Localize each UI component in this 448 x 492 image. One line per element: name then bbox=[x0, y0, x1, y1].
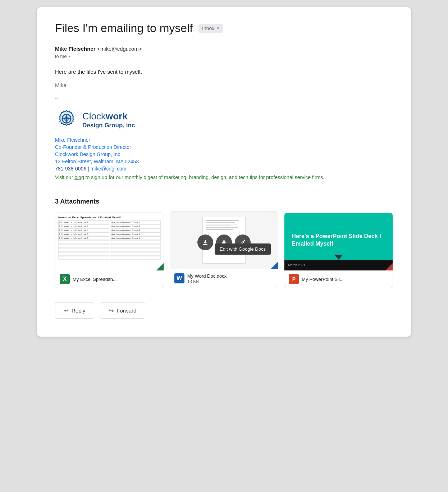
excel-cell-empty bbox=[58, 256, 109, 260]
company-name-text: Clockwork bbox=[82, 111, 135, 122]
excel-row: Information in column A, row 3 Informati… bbox=[58, 224, 161, 228]
forward-icon: ↪ bbox=[109, 307, 114, 314]
sig-visit-suffix: to sign up for our monthly digest of mar… bbox=[84, 174, 324, 180]
excel-sheet-title: Here's an Excel Spreadsheet I Emailed My… bbox=[58, 216, 161, 219]
excel-row: Information in column A, row 6 Informati… bbox=[58, 236, 161, 240]
signature-name: Mike bbox=[55, 82, 393, 88]
word-file-name: My Word Doc.docx bbox=[187, 273, 227, 279]
sig-title: Co-Founder & Production Director bbox=[55, 144, 393, 150]
company-tagline: Design Group, inc bbox=[82, 122, 135, 129]
excel-cell-empty bbox=[110, 240, 161, 244]
excel-cell: Information in column B, row 2 bbox=[110, 220, 161, 224]
word-doc-lines bbox=[206, 220, 242, 230]
attachment-word[interactable]: Edit with Google Docs W My Word Doc.docx… bbox=[170, 211, 279, 288]
excel-cell: Information in column A, row 2 bbox=[58, 220, 109, 224]
email-container: Files I'm emailing to myself Inbox × Mik… bbox=[37, 7, 411, 337]
word-file-size: 13 KB bbox=[187, 279, 227, 284]
ppt-black-bar: March 2021 bbox=[284, 260, 393, 270]
excel-fold-corner bbox=[156, 263, 164, 270]
attachments-title: 3 Attachments bbox=[55, 198, 393, 205]
sig-blog-link[interactable]: blog bbox=[74, 174, 84, 180]
excel-cell-empty bbox=[58, 244, 109, 248]
excel-file-info: My Excel Spreadsh... bbox=[73, 276, 117, 282]
excel-cell: Information in column A, row 6 bbox=[58, 236, 109, 240]
excel-cell: Information in column B, row 5 bbox=[110, 232, 161, 236]
inbox-badge[interactable]: Inbox × bbox=[198, 24, 223, 33]
excel-cell-empty bbox=[58, 252, 109, 256]
excel-row: Information in column A, row 2 Informati… bbox=[58, 220, 161, 224]
word-action-buttons: Edit with Google Docs bbox=[197, 234, 251, 250]
word-file-info: My Word Doc.docx 13 KB bbox=[187, 273, 227, 284]
edit-button[interactable]: Edit with Google Docs bbox=[235, 234, 251, 250]
excel-grid: Information in column A, row 2 Informati… bbox=[58, 220, 161, 268]
ppt-file-info: My PowerPoint Sli... bbox=[302, 276, 343, 282]
excel-row bbox=[58, 256, 161, 260]
sig-address: 13 Felton Street, Waltham, MA 02453 bbox=[55, 159, 393, 164]
excel-cell: Information in column A, row 5 bbox=[58, 232, 109, 236]
download-button[interactable] bbox=[197, 234, 213, 250]
sig-contact-name: Mike Fleischner bbox=[55, 137, 393, 143]
email-header: Files I'm emailing to myself Inbox × bbox=[55, 22, 393, 35]
email-body: Here are the files I've sent to myself. bbox=[55, 68, 393, 76]
word-fold-corner bbox=[271, 262, 278, 269]
ppt-file-icon: P bbox=[289, 274, 299, 284]
excel-cell-empty bbox=[110, 256, 161, 260]
attachment-excel[interactable]: Here's an Excel Spreadsheet I Emailed My… bbox=[55, 213, 164, 288]
attachments-row: Here's an Excel Spreadsheet I Emailed My… bbox=[55, 211, 393, 288]
inbox-close-button[interactable]: × bbox=[216, 26, 219, 31]
signature-dashes: -- bbox=[55, 95, 393, 101]
work-text: work bbox=[106, 111, 128, 122]
excel-cell-empty bbox=[110, 248, 161, 252]
sig-visit-prefix: Visit our bbox=[55, 174, 74, 180]
sender-info: Mike Fleischner <mike@cdgi.com> to me ▾ bbox=[55, 46, 393, 59]
attachment-powerpoint[interactable]: Here's a PowerPoint Slide Deck I Emailed… bbox=[284, 213, 393, 288]
reply-icon: ↩ bbox=[64, 307, 69, 314]
word-footer: W My Word Doc.docx 13 KB bbox=[170, 269, 278, 288]
excel-row bbox=[58, 240, 161, 244]
reply-button[interactable]: ↩ Reply bbox=[55, 302, 94, 319]
excel-row: Information in column A, row 4 Informati… bbox=[58, 228, 161, 232]
word-line bbox=[206, 220, 239, 221]
excel-preview-inner: Here's an Excel Spreadsheet I Emailed My… bbox=[55, 213, 164, 270]
forward-button[interactable]: ↪ Forward bbox=[100, 302, 145, 319]
ppt-footer: P My PowerPoint Sli... bbox=[284, 270, 393, 288]
word-line bbox=[206, 222, 235, 223]
chevron-down-icon: ▾ bbox=[68, 54, 70, 58]
company-logo: Clockwork Design Group, inc bbox=[55, 108, 393, 131]
ppt-fold-corner bbox=[385, 263, 393, 270]
email-subject: Files I'm emailing to myself bbox=[55, 22, 193, 35]
excel-row: Information in column A, row 5 Informati… bbox=[58, 232, 161, 236]
ppt-preview: Here's a PowerPoint Slide Deck I Emailed… bbox=[284, 213, 393, 270]
gear-icon bbox=[55, 108, 78, 131]
excel-cell: Information in column A, row 3 bbox=[58, 224, 109, 228]
sig-email-link[interactable]: mike@cdgi.com bbox=[91, 166, 127, 172]
excel-cell: Information in column B, row 3 bbox=[110, 224, 161, 228]
excel-preview: Here's an Excel Spreadsheet I Emailed My… bbox=[55, 213, 164, 270]
ppt-date: March 2021 bbox=[288, 263, 305, 267]
email-actions: ↩ Reply ↪ Forward bbox=[55, 302, 393, 319]
word-line bbox=[206, 227, 238, 228]
excel-cell: Information in column B, row 6 bbox=[110, 236, 161, 240]
section-divider bbox=[55, 189, 393, 189]
excel-file-icon: X bbox=[60, 274, 70, 284]
to-me-dropdown[interactable]: to me ▾ bbox=[55, 54, 393, 59]
sender-email: <mike@cdgi.com> bbox=[97, 46, 142, 52]
ppt-file-name: My PowerPoint Sli... bbox=[302, 277, 343, 282]
inbox-label: Inbox bbox=[202, 26, 214, 31]
excel-row bbox=[58, 252, 161, 256]
sig-phone: 781-938-0006 | mike@cdgi.com bbox=[55, 166, 393, 172]
excel-row bbox=[58, 248, 161, 252]
word-line bbox=[206, 229, 233, 230]
word-line bbox=[206, 224, 237, 224]
ppt-triangle bbox=[334, 255, 343, 260]
excel-footer: X My Excel Spreadsh... bbox=[55, 270, 164, 288]
excel-file-name: My Excel Spreadsh... bbox=[73, 277, 117, 282]
excel-row bbox=[58, 244, 161, 248]
excel-cell: Information in column A, row 4 bbox=[58, 228, 109, 232]
sig-visit-text: Visit our blog to sign up for our monthl… bbox=[55, 174, 393, 180]
excel-cell-empty bbox=[110, 252, 161, 256]
ppt-title-text: Here's a PowerPoint Slide Deck I Emailed… bbox=[292, 233, 385, 248]
sig-phone-separator: | bbox=[88, 166, 91, 172]
reply-label: Reply bbox=[72, 308, 85, 314]
excel-cell: Information in column B, row 4 bbox=[110, 228, 161, 232]
